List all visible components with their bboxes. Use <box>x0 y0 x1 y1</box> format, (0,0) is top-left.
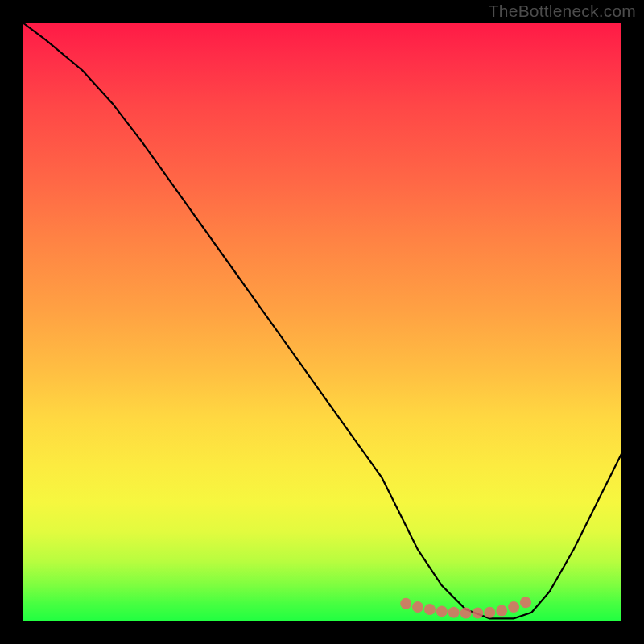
highlight-dot <box>484 607 495 618</box>
bottleneck-curve <box>23 23 621 618</box>
highlight-dot <box>508 601 519 613</box>
highlight-dot <box>496 605 507 617</box>
highlight-dot <box>412 601 423 613</box>
highlight-dot <box>424 604 436 615</box>
highlight-markers <box>400 597 531 618</box>
highlight-dot <box>460 608 472 619</box>
highlight-dot <box>472 608 483 619</box>
curve-layer <box>23 23 621 621</box>
highlight-dot <box>520 597 531 608</box>
watermark-text: TheBottleneck.com <box>489 2 636 21</box>
plot-area <box>23 23 621 621</box>
highlight-dot <box>436 605 448 617</box>
highlight-dot <box>400 598 411 609</box>
chart-frame: TheBottleneck.com <box>0 0 644 644</box>
highlight-dot <box>448 607 460 618</box>
